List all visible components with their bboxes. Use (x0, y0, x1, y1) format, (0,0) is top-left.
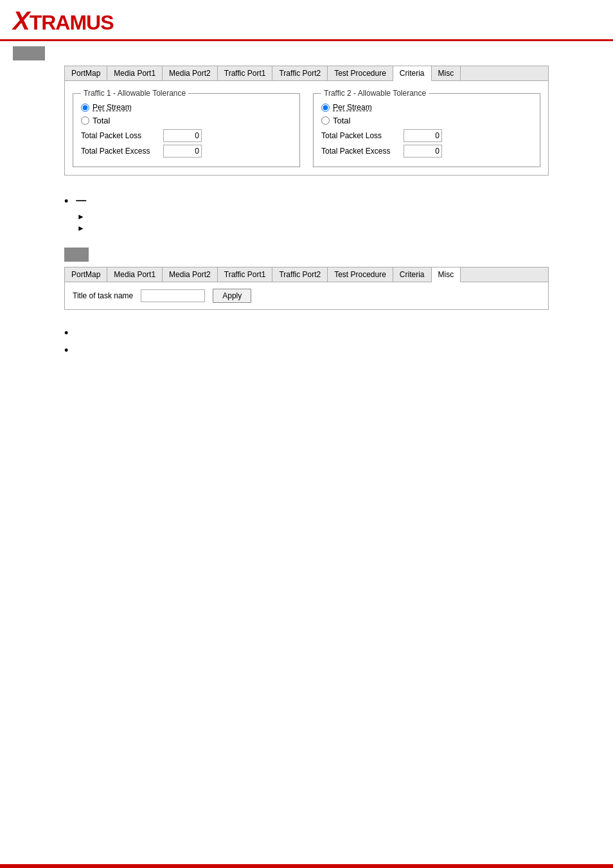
tab-media-port2[interactable]: Media Port2 (163, 66, 218, 80)
criteria-row: Traffic 1 - Allowable Tolerance Per Stre… (73, 89, 540, 167)
bullet-dash-1: — (76, 195, 86, 206)
traffic2-group: Traffic 2 - Allowable Tolerance Per Stre… (313, 89, 540, 167)
misc-title-label: Title of task name (73, 291, 133, 300)
traffic1-packet-loss-row: Total Packet Loss (81, 129, 292, 142)
traffic2-per-stream-label: Per Stream (333, 103, 372, 112)
bullet-dot-1: • (64, 195, 68, 209)
traffic1-per-stream-label: Per Stream (93, 103, 132, 112)
misc-tab-criteria[interactable]: Criteria (393, 267, 432, 282)
traffic2-total-radio[interactable] (321, 116, 330, 125)
tab-test-procedure[interactable]: Test Procedure (328, 66, 393, 80)
arrow-symbol-1: ► (77, 212, 85, 221)
traffic2-packet-excess-row: Total Packet Excess (321, 145, 532, 158)
bottom-bullet-1: • (64, 327, 549, 341)
criteria-tab-bar: PortMap Media Port1 Media Port2 Traffic … (65, 66, 548, 81)
gray-bar-top (13, 46, 45, 60)
traffic2-packet-excess-input[interactable] (404, 145, 442, 158)
tab-traffic-port1[interactable]: Traffic Port1 (218, 66, 273, 80)
traffic2-per-stream-row: Per Stream (321, 103, 532, 112)
criteria-tab-content: Traffic 1 - Allowable Tolerance Per Stre… (65, 81, 548, 175)
traffic1-total-label: Total (93, 116, 110, 125)
traffic2-total-row: Total (321, 116, 532, 125)
tab-portmap[interactable]: PortMap (65, 66, 107, 80)
criteria-tab-panel: PortMap Media Port1 Media Port2 Traffic … (64, 66, 549, 176)
bottom-bullet-dot-1: • (64, 327, 68, 341)
bullet-section-1: • — ► ► (64, 188, 549, 241)
arrow-item-1: ► (77, 212, 549, 221)
misc-tab-test-procedure[interactable]: Test Procedure (328, 267, 393, 282)
misc-tab-portmap[interactable]: PortMap (65, 267, 107, 282)
bottom-bullets: • • (64, 323, 549, 366)
tab-media-port1[interactable]: Media Port1 (107, 66, 163, 80)
logo-rest: TRAMUS (30, 11, 114, 34)
misc-tab-media-port2[interactable]: Media Port2 (163, 267, 218, 282)
bottom-bullet-dot-2: • (64, 344, 68, 358)
misc-task-name-input[interactable] (141, 289, 205, 302)
traffic1-group: Traffic 1 - Allowable Tolerance Per Stre… (73, 89, 300, 167)
misc-content: Title of task name Apply (65, 282, 548, 309)
traffic2-per-stream-radio[interactable] (321, 104, 330, 112)
traffic2-packet-loss-input[interactable] (404, 129, 442, 142)
main-content: PortMap Media Port1 Media Port2 Traffic … (0, 66, 613, 366)
apply-button[interactable]: Apply (213, 289, 251, 303)
bottom-bullet-2: • (64, 344, 549, 358)
traffic2-packet-loss-label: Total Packet Loss (321, 131, 398, 140)
logo-x: X (13, 6, 30, 35)
misc-tab-bar: PortMap Media Port1 Media Port2 Traffic … (65, 267, 548, 282)
misc-tab-misc[interactable]: Misc (432, 267, 461, 282)
traffic2-packet-excess-label: Total Packet Excess (321, 147, 398, 156)
traffic1-total-radio[interactable] (81, 116, 89, 125)
gray-bar-bottom (64, 248, 89, 262)
traffic1-packet-loss-input[interactable] (163, 129, 202, 142)
traffic1-packet-loss-label: Total Packet Loss (81, 131, 158, 140)
header: XTRAMUS (0, 0, 613, 41)
traffic1-per-stream-radio[interactable] (81, 104, 89, 112)
tab-misc[interactable]: Misc (432, 66, 461, 80)
traffic1-packet-excess-row: Total Packet Excess (81, 145, 292, 158)
tab-criteria[interactable]: Criteria (393, 66, 432, 81)
traffic1-total-row: Total (81, 116, 292, 125)
footer-bar (0, 864, 613, 868)
logo: XTRAMUS (13, 6, 114, 35)
arrow-item-2: ► (77, 223, 549, 233)
misc-tab-media-port1[interactable]: Media Port1 (107, 267, 163, 282)
traffic1-packet-excess-label: Total Packet Excess (81, 147, 158, 156)
misc-tab-traffic-port1[interactable]: Traffic Port1 (218, 267, 273, 282)
traffic2-packet-loss-row: Total Packet Loss (321, 129, 532, 142)
bullet-item-1: • — (64, 195, 549, 209)
misc-tab-panel: PortMap Media Port1 Media Port2 Traffic … (64, 267, 549, 310)
misc-tab-traffic-port2[interactable]: Traffic Port2 (272, 267, 328, 282)
traffic2-total-label: Total (333, 116, 350, 125)
traffic2-legend: Traffic 2 - Allowable Tolerance (321, 89, 429, 98)
traffic1-per-stream-row: Per Stream (81, 103, 292, 112)
arrow-symbol-2: ► (77, 224, 85, 233)
traffic1-legend: Traffic 1 - Allowable Tolerance (81, 89, 188, 98)
traffic1-packet-excess-input[interactable] (163, 145, 202, 158)
tab-traffic-port2[interactable]: Traffic Port2 (272, 66, 328, 80)
